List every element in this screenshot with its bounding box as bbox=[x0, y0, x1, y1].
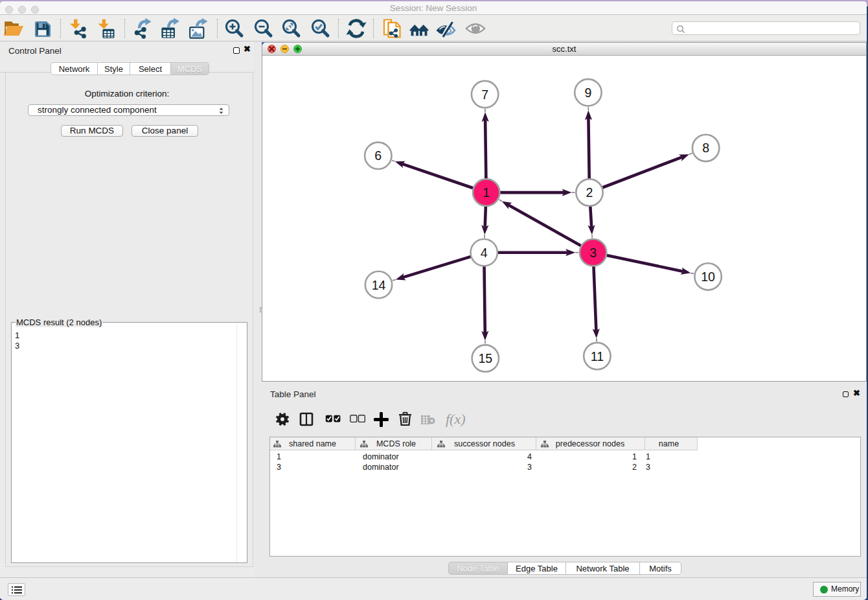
svg-text:2: 2 bbox=[586, 185, 593, 200]
svg-text:6: 6 bbox=[374, 148, 382, 163]
svg-text:11: 11 bbox=[591, 349, 604, 363]
svg-text:4: 4 bbox=[481, 246, 488, 260]
svg-text:15: 15 bbox=[478, 351, 492, 365]
svg-text:3: 3 bbox=[589, 246, 597, 260]
svg-text:8: 8 bbox=[702, 141, 709, 155]
svg-text:10: 10 bbox=[701, 270, 715, 284]
svg-text:7: 7 bbox=[481, 87, 488, 102]
svg-text:14: 14 bbox=[372, 278, 386, 292]
svg-text:9: 9 bbox=[584, 86, 591, 100]
svg-text:1: 1 bbox=[483, 185, 490, 200]
svg-text:f(x): f(x) bbox=[446, 411, 466, 427]
